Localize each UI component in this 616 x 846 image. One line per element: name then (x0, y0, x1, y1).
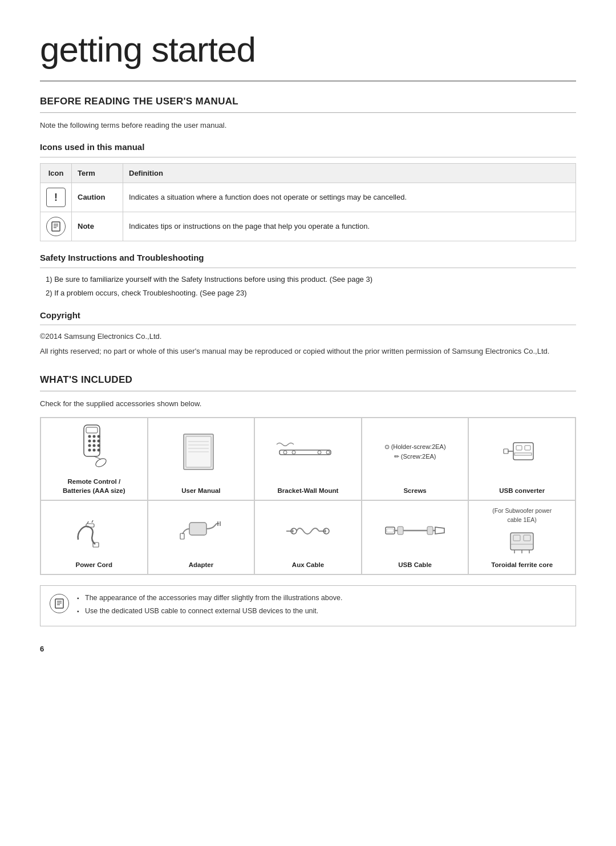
svg-rect-52 (387, 529, 394, 532)
accessory-label-usb-converter: USB converter (499, 486, 545, 495)
section2-header: WHAT'S INCLUDED (40, 373, 576, 391)
accessory-label-ferrite: Toroidal ferrite core (491, 560, 553, 569)
svg-point-15 (88, 449, 91, 452)
before-reading-section: BEFORE READING THE USER'S MANUAL Note th… (40, 94, 576, 357)
power-cord-icon (72, 511, 115, 551)
table-row: Note Indicates tips or instructions on t… (40, 212, 576, 241)
accessory-manual: User Manual (148, 418, 255, 500)
caution-definition: Indicates a situation where a function d… (123, 183, 576, 212)
accessory-usb-cable: USB Cable (362, 500, 469, 574)
ferrite-icon (502, 527, 542, 556)
caution-icon: ! (46, 188, 66, 207)
note-icon (46, 217, 66, 236)
svg-point-27 (283, 451, 287, 454)
section1-intro: Note the following terms before reading … (40, 120, 576, 131)
safety-item: If a problem occurs, check Troubleshooti… (46, 288, 576, 299)
accessory-ferrite: (For Subwoofer powercable 1EA) Toroidal … (468, 500, 576, 574)
svg-point-10 (92, 440, 95, 443)
safety-item: Be sure to familiarize yourself with the… (46, 274, 576, 285)
accessory-remote: Remote Control /Batteries (AAA size) (40, 418, 148, 500)
svg-point-18 (94, 457, 107, 468)
whats-included-section: WHAT'S INCLUDED Check for the supplied a… (40, 373, 576, 626)
adapter-icon (178, 511, 224, 551)
page-title: getting started (40, 23, 576, 82)
svg-rect-44 (180, 533, 184, 539)
section1-header: BEFORE READING THE USER'S MANUAL (40, 94, 576, 113)
svg-point-6 (88, 435, 91, 438)
icons-table: Icon Term Definition ! Caution Indicates… (40, 163, 576, 242)
copyright-line1: ©2014 Samsung Electronics Co.,Ltd. (40, 331, 576, 342)
svg-point-16 (92, 449, 95, 452)
accessory-label-adapter: Adapter (189, 560, 213, 569)
svg-point-11 (97, 440, 100, 443)
svg-rect-54 (398, 527, 403, 535)
copyright-line2: All rights reserved; no part or whole of… (40, 346, 576, 357)
svg-point-28 (292, 451, 295, 454)
svg-rect-5 (86, 427, 98, 433)
table-header-icon: Icon (40, 163, 72, 183)
page-number: 6 (40, 643, 576, 655)
bracket-icon (277, 439, 339, 467)
svg-rect-34 (514, 453, 532, 455)
accessories-grid: Remote Control /Batteries (AAA size) Use… (40, 417, 576, 575)
accessory-label-screws: Screws (403, 486, 426, 495)
svg-point-13 (92, 444, 95, 447)
svg-rect-63 (55, 599, 63, 608)
accessory-label-power-cord: Power Cord (76, 560, 113, 569)
caution-term: Caution (72, 183, 123, 212)
svg-line-38 (92, 520, 93, 523)
note-bullets: The appearance of the accessories may di… (77, 593, 342, 619)
accessory-usb-converter: USB converter (468, 418, 576, 500)
accessory-label-bracket: Bracket-Wall Mount (278, 486, 339, 495)
copyright-subsection-header: Copyright (40, 309, 576, 326)
ferrite-note: (For Subwoofer powercable 1EA) (492, 507, 552, 525)
accessory-label-manual: User Manual (181, 486, 220, 495)
section2-intro: Check for the supplied accessories shown… (40, 398, 576, 410)
accessory-bracket: Bracket-Wall Mount (254, 418, 362, 500)
accessory-adapter: Adapter (148, 500, 255, 574)
svg-rect-32 (516, 446, 522, 450)
table-header-definition: Definition (123, 163, 576, 183)
svg-point-9 (88, 440, 91, 443)
icons-subsection-header: Icons used in this manual (40, 141, 576, 157)
aux-cable-icon (283, 513, 332, 550)
accessory-label-aux-cable: Aux Cable (292, 560, 324, 569)
usb-converter-icon (502, 434, 542, 471)
note-box-icon (50, 594, 69, 613)
svg-rect-36 (504, 449, 508, 454)
table-header-term: Term (72, 163, 123, 183)
safety-list: Be sure to familiarize yourself with the… (40, 274, 576, 299)
screws-info: ⊙ (Holder-screw:2EA) ✏ (Screw:2EA) (384, 442, 446, 461)
svg-point-7 (92, 435, 95, 438)
svg-point-14 (97, 444, 100, 447)
note-bullet-2: Use the dedicated USB cable to connect e… (77, 606, 342, 617)
svg-point-30 (326, 451, 330, 454)
note-definition: Indicates tips or instructions on the pa… (123, 212, 576, 241)
svg-rect-41 (189, 523, 206, 535)
note-section: The appearance of the accessories may di… (40, 585, 576, 626)
table-row: ! Caution Indicates a situation where a … (40, 183, 576, 212)
svg-rect-31 (513, 443, 533, 460)
remote-icon (77, 424, 111, 472)
accessory-screws: ⊙ (Holder-screw:2EA) ✏ (Screw:2EA) Screw… (362, 418, 469, 500)
usb-cable-icon (384, 517, 447, 545)
accessory-aux-cable: Aux Cable (254, 500, 362, 574)
accessory-power-cord: Power Cord (40, 500, 148, 574)
svg-rect-0 (52, 222, 60, 231)
note-term: Note (72, 212, 123, 241)
svg-point-12 (88, 444, 91, 447)
svg-line-19 (94, 456, 101, 459)
svg-rect-55 (427, 527, 433, 535)
svg-point-17 (97, 449, 100, 452)
svg-point-8 (97, 435, 100, 438)
accessory-label-remote: Remote Control /Batteries (AAA size) (63, 477, 125, 495)
manual-icon (178, 431, 224, 474)
safety-subsection-header: Safety Instructions and Troubleshooting (40, 252, 576, 268)
svg-rect-33 (525, 446, 530, 450)
note-bullet-1: The appearance of the accessories may di… (77, 593, 342, 604)
accessory-label-usb-cable: USB Cable (398, 560, 432, 569)
svg-rect-51 (386, 527, 395, 534)
svg-point-29 (318, 451, 321, 454)
